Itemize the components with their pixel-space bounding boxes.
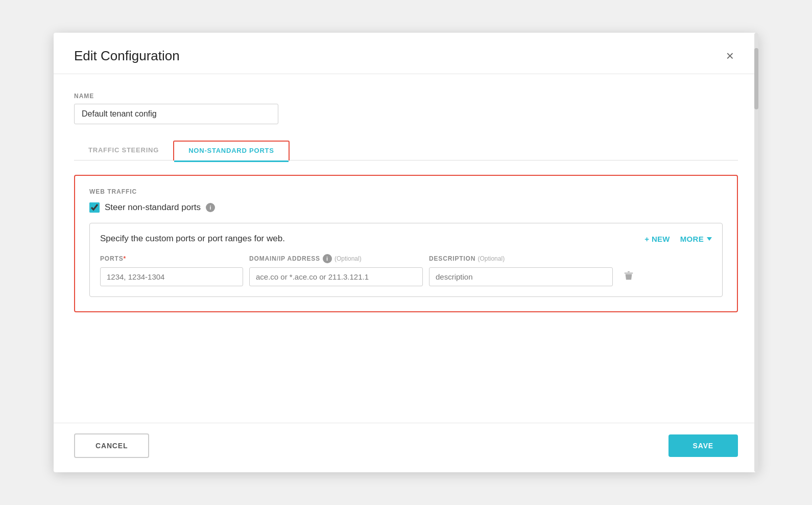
ports-input[interactable] (100, 267, 243, 286)
inner-actions: + NEW MORE (644, 235, 712, 243)
domain-info-icon[interactable]: i (323, 254, 332, 263)
desc-col-header: DESCRIPTION (Optional) (429, 255, 613, 262)
dialog-body: NAME TRAFFIC STEERING NON-STANDARD PORTS… (54, 74, 758, 423)
checkbox-row: Steer non-standard ports i (89, 202, 723, 213)
edit-configuration-dialog: Edit Configuration × NAME TRAFFIC STEERI… (54, 33, 758, 472)
specify-text: Specify the custom ports or port ranges … (100, 234, 285, 244)
name-input[interactable] (74, 104, 278, 124)
name-field-section: NAME (74, 93, 738, 124)
steer-ports-checkbox[interactable] (89, 202, 100, 213)
more-button[interactable]: MORE (680, 235, 712, 243)
info-icon[interactable]: i (206, 203, 215, 212)
scrollbar-thumb[interactable] (754, 48, 758, 109)
name-label: NAME (74, 93, 738, 100)
trash-icon (623, 270, 634, 284)
domain-col-header: DOMAIN/IP ADDRESS i (Optional) (249, 254, 423, 263)
tab-traffic-steering[interactable]: TRAFFIC STEERING (74, 141, 173, 160)
dialog-title: Edit Configuration (74, 48, 180, 64)
web-traffic-section: WEB TRAFFIC Steer non-standard ports i S… (74, 175, 738, 312)
tabs-row: TRAFFIC STEERING NON-STANDARD PORTS (74, 141, 738, 160)
checkbox-label: Steer non-standard ports (105, 202, 201, 213)
description-input[interactable] (429, 267, 613, 286)
table-row (100, 267, 712, 286)
web-traffic-label: WEB TRAFFIC (89, 188, 723, 195)
tab-non-standard-ports[interactable]: NON-STANDARD PORTS (173, 141, 290, 160)
inner-box-header: Specify the custom ports or port ranges … (100, 234, 712, 244)
required-star: * (124, 255, 127, 262)
dialog-footer: CANCEL SAVE (54, 423, 758, 472)
delete-row-button[interactable] (619, 268, 638, 286)
new-button[interactable]: + NEW (644, 235, 670, 243)
table-headers: PORTS* DOMAIN/IP ADDRESS i (Optional) DE… (100, 254, 712, 263)
ports-col-header: PORTS* (100, 255, 243, 262)
chevron-down-icon (707, 237, 712, 241)
scrollbar[interactable] (754, 33, 758, 472)
dialog-header: Edit Configuration × (54, 33, 758, 74)
ports-inner-box: Specify the custom ports or port ranges … (89, 223, 723, 297)
cancel-button[interactable]: CANCEL (74, 433, 149, 458)
save-button[interactable]: SAVE (668, 434, 738, 457)
close-button[interactable]: × (722, 47, 738, 64)
more-label: MORE (680, 235, 704, 243)
domain-input[interactable] (249, 267, 423, 286)
